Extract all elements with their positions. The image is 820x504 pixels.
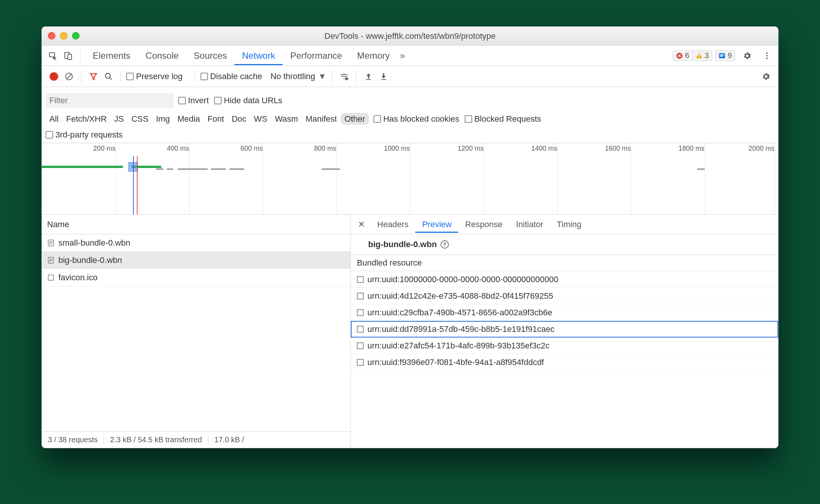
- overflow-tabs-icon[interactable]: »: [397, 48, 408, 63]
- timeline-tick: 800 ms: [314, 145, 337, 153]
- type-filter-img[interactable]: Img: [152, 113, 174, 125]
- type-filter-css[interactable]: CSS: [128, 113, 152, 125]
- issues-badge[interactable]: 9: [715, 50, 735, 61]
- upload-har-icon[interactable]: [362, 70, 375, 83]
- network-conditions-icon[interactable]: [337, 70, 351, 83]
- detail-tabs: ✕ HeadersPreviewResponseInitiatorTiming: [351, 215, 778, 234]
- type-filter-all[interactable]: All: [46, 113, 62, 125]
- status-resources: 17.0 kB /: [208, 435, 250, 444]
- separator: [121, 70, 121, 82]
- bundled-resource-item[interactable]: urn:uuid:10000000-0000-0000-0000-0000000…: [351, 271, 778, 288]
- type-filter-font[interactable]: Font: [204, 113, 228, 125]
- resource-icon: [357, 342, 364, 349]
- panel-tab-performance[interactable]: Performance: [283, 46, 349, 65]
- svg-point-9: [766, 52, 768, 54]
- separator: [332, 70, 332, 82]
- panel-tab-sources[interactable]: Sources: [186, 46, 234, 65]
- status-bar: 3 / 38 requests 2.3 kB / 54.5 kB transfe…: [42, 431, 350, 448]
- preserve-log-checkbox[interactable]: Preserve log: [126, 72, 183, 81]
- has-blocked-cookies-checkbox[interactable]: Has blocked cookies: [373, 114, 459, 124]
- svg-rect-5: [699, 57, 699, 58]
- bundled-resource-item[interactable]: urn:uuid:e27afc54-171b-4afc-899b-93b135e…: [351, 338, 778, 354]
- detail-tab-timing[interactable]: Timing: [550, 216, 588, 233]
- timeline-overview[interactable]: 200 ms400 ms600 ms800 ms1000 ms1200 ms14…: [42, 143, 778, 215]
- help-icon[interactable]: ?: [441, 240, 449, 249]
- clear-button[interactable]: [62, 70, 76, 83]
- detail-tab-headers[interactable]: Headers: [370, 216, 415, 233]
- bundled-resource-item[interactable]: urn:uuid:4d12c42e-e735-4088-8bd2-0f415f7…: [351, 288, 778, 304]
- panel-tab-memory[interactable]: Memory: [350, 46, 398, 65]
- blocked-requests-checkbox[interactable]: Blocked Requests: [465, 114, 541, 124]
- download-har-icon[interactable]: [377, 70, 390, 83]
- type-filter-media[interactable]: Media: [174, 113, 204, 125]
- minimize-window-button[interactable]: [60, 32, 67, 40]
- panel-tab-network[interactable]: Network: [234, 46, 283, 65]
- svg-point-11: [766, 58, 768, 59]
- panel-tab-elements[interactable]: Elements: [85, 46, 138, 65]
- bundled-resource-item[interactable]: urn:uuid:f9396e07-f081-4bfe-94a1-a8f954f…: [351, 354, 778, 371]
- resource-icon: [357, 276, 364, 283]
- third-party-requests-checkbox[interactable]: 3rd-party requests: [46, 130, 123, 140]
- filter-icon[interactable]: [87, 70, 100, 83]
- type-filter-js[interactable]: JS: [110, 113, 128, 125]
- warning-count: 3: [705, 51, 709, 60]
- search-icon[interactable]: [102, 70, 115, 83]
- network-settings-icon[interactable]: [759, 70, 773, 83]
- preview-title: big-bundle-0.wbn: [368, 240, 437, 249]
- resource-url: urn:uuid:dd78991a-57db-459c-b8b5-1e191f9…: [367, 324, 555, 334]
- bundled-resource-item[interactable]: urn:uuid:c29cfba7-490b-4571-8656-a002a9f…: [351, 304, 778, 321]
- type-filter-ws[interactable]: WS: [250, 113, 271, 125]
- svg-rect-17: [381, 79, 386, 80]
- device-toolbar-icon[interactable]: [61, 48, 76, 63]
- detail-tab-response[interactable]: Response: [458, 216, 509, 233]
- type-filter-wasm[interactable]: Wasm: [271, 113, 302, 125]
- request-name: big-bundle-0.wbn: [58, 255, 122, 265]
- name-column-header[interactable]: Name: [42, 215, 350, 234]
- settings-icon[interactable]: [740, 48, 755, 63]
- svg-rect-0: [49, 53, 55, 57]
- throttling-select[interactable]: No throttling ▼: [271, 72, 326, 81]
- status-transferred: 2.3 kB / 54.5 kB transferred: [104, 435, 208, 444]
- resource-icon: [357, 359, 364, 366]
- resource-url: urn:uuid:c29cfba7-490b-4571-8656-a002a9f…: [367, 308, 552, 318]
- detail-tab-preview[interactable]: Preview: [415, 216, 458, 233]
- resource-icon: [357, 326, 364, 333]
- close-detail-icon[interactable]: ✕: [355, 220, 368, 229]
- timeline-tick: 600 ms: [240, 145, 263, 153]
- request-row[interactable]: big-bundle-0.wbn: [42, 252, 350, 269]
- request-row[interactable]: favicon.ico: [42, 269, 350, 286]
- request-row[interactable]: small-bundle-0.wbn: [42, 234, 350, 252]
- disable-cache-checkbox[interactable]: Disable cache: [200, 72, 262, 81]
- zoom-window-button[interactable]: [72, 32, 80, 40]
- svg-point-14: [344, 78, 345, 79]
- devtools-window: DevTools - www.jefftk.com/test/wbn9/prot…: [41, 26, 779, 448]
- detail-tab-initiator[interactable]: Initiator: [509, 216, 550, 233]
- detail-panel: ✕ HeadersPreviewResponseInitiatorTiming …: [351, 215, 778, 448]
- request-list-panel: Name small-bundle-0.wbnbig-bundle-0.wbnf…: [42, 215, 351, 448]
- filter-input[interactable]: [46, 93, 174, 108]
- close-window-button[interactable]: [48, 32, 55, 40]
- errors-badge[interactable]: 6: [673, 50, 693, 61]
- svg-rect-2: [68, 54, 72, 60]
- inspect-element-icon[interactable]: [46, 48, 61, 63]
- svg-rect-7: [720, 54, 724, 55]
- hide-data-urls-checkbox[interactable]: Hide data URLs: [214, 96, 282, 105]
- separator: [80, 49, 81, 62]
- resource-url: urn:uuid:10000000-0000-0000-0000-0000000…: [367, 275, 558, 284]
- svg-point-13: [106, 73, 110, 78]
- type-filter-manifest[interactable]: Manifest: [302, 113, 341, 125]
- resource-url: urn:uuid:4d12c42e-e735-4088-8bd2-0f415f7…: [367, 291, 553, 301]
- console-issues-badges[interactable]: 6 3: [673, 50, 712, 61]
- panel-tab-console[interactable]: Console: [138, 46, 186, 65]
- timeline-tick: 400 ms: [167, 145, 189, 153]
- invert-checkbox[interactable]: Invert: [178, 96, 209, 105]
- type-filter-fetch-xhr[interactable]: Fetch/XHR: [62, 113, 110, 125]
- warnings-badge[interactable]: 3: [693, 50, 712, 61]
- resource-icon: [357, 293, 364, 299]
- timeline-tick: 1400 ms: [531, 145, 557, 153]
- record-button[interactable]: [47, 70, 61, 83]
- more-menu-icon[interactable]: [759, 48, 774, 63]
- type-filter-other[interactable]: Other: [341, 113, 369, 125]
- bundled-resource-item[interactable]: urn:uuid:dd78991a-57db-459c-b8b5-1e191f9…: [351, 321, 778, 338]
- type-filter-doc[interactable]: Doc: [228, 113, 250, 125]
